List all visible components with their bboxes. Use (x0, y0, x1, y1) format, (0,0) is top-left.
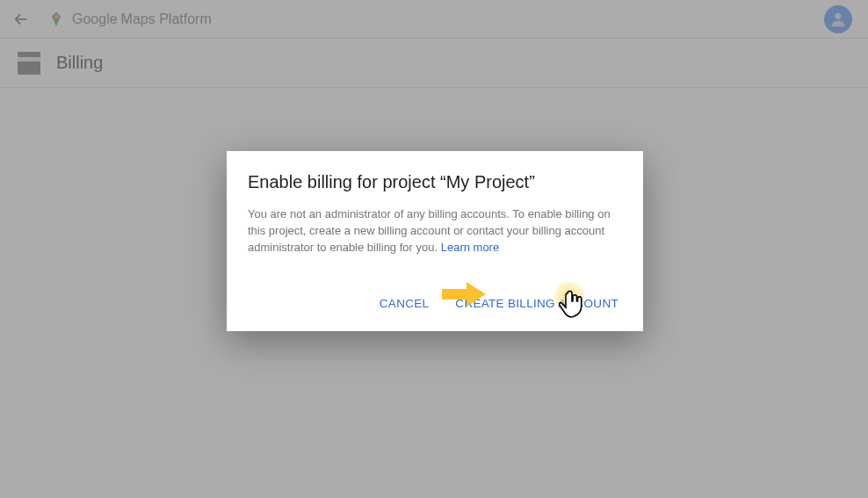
learn-more-link[interactable]: Learn more (441, 241, 499, 254)
enable-billing-dialog: Enable billing for project “My Project” … (227, 151, 643, 331)
dialog-actions: Cancel Create Billing Account (248, 290, 622, 317)
cancel-button[interactable]: Cancel (376, 290, 433, 317)
dialog-body: You are not an administrator of any bill… (248, 206, 622, 256)
dialog-title: Enable billing for project “My Project” (248, 172, 622, 192)
create-billing-account-button[interactable]: Create Billing Account (452, 290, 622, 317)
dialog-body-text: You are not an administrator of any bill… (248, 207, 611, 254)
